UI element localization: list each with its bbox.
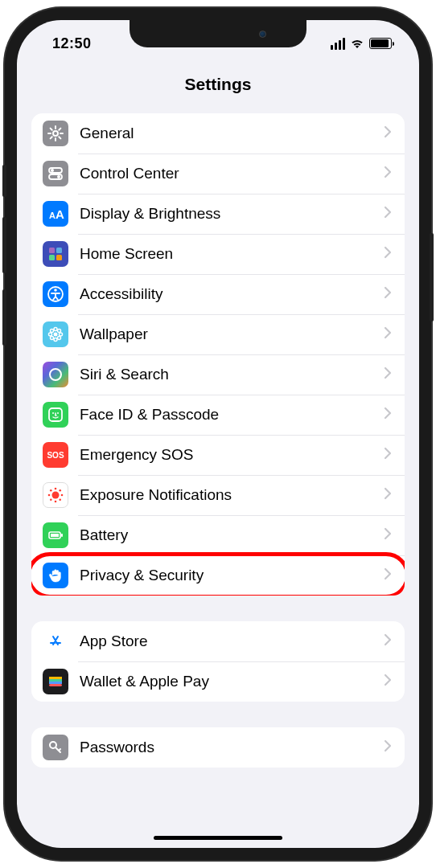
row-label: General bbox=[80, 125, 384, 142]
row-label: Wallpaper bbox=[80, 326, 384, 343]
row-label: Passwords bbox=[80, 739, 384, 756]
row-label: Exposure Notifications bbox=[80, 486, 384, 504]
chevron-right-icon bbox=[384, 206, 392, 222]
settings-row-exposure-notifications[interactable]: Exposure Notifications bbox=[31, 475, 405, 515]
chevron-right-icon bbox=[384, 326, 392, 342]
chevron-right-icon bbox=[384, 286, 392, 302]
row-label: Home Screen bbox=[80, 245, 384, 263]
settings-group: App StoreWallet & Apple Pay bbox=[31, 621, 405, 702]
sos-icon bbox=[43, 442, 68, 468]
settings-row-passwords[interactable]: Passwords bbox=[31, 727, 405, 768]
settings-group: Passwords bbox=[31, 727, 405, 768]
settings-row-privacy-security[interactable]: Privacy & Security bbox=[31, 555, 405, 596]
battery-icon bbox=[43, 522, 68, 548]
key-icon bbox=[43, 735, 68, 760]
row-label: Siri & Search bbox=[80, 366, 384, 383]
status-time: 12:50 bbox=[52, 35, 92, 52]
chevron-right-icon bbox=[384, 125, 392, 141]
figure-icon bbox=[43, 281, 68, 307]
chevron-right-icon bbox=[384, 447, 392, 463]
page-title: Settings bbox=[17, 75, 419, 94]
settings-row-control-center[interactable]: Control Center bbox=[31, 154, 405, 194]
face-icon bbox=[43, 402, 68, 428]
chevron-right-icon bbox=[384, 567, 392, 583]
row-label: Emergency SOS bbox=[80, 446, 384, 464]
settings-row-accessibility[interactable]: Accessibility bbox=[31, 274, 405, 314]
settings-row-emergency-sos[interactable]: Emergency SOS bbox=[31, 435, 405, 475]
settings-row-wallet-apple-pay[interactable]: Wallet & Apple Pay bbox=[31, 661, 405, 702]
chevron-right-icon bbox=[384, 487, 392, 503]
settings-row-wallpaper[interactable]: Wallpaper bbox=[31, 314, 405, 354]
chevron-right-icon bbox=[384, 246, 392, 262]
row-label: App Store bbox=[80, 633, 384, 650]
hand-icon bbox=[43, 563, 68, 588]
nav-header: Settings bbox=[17, 60, 419, 113]
chevron-right-icon bbox=[384, 739, 392, 755]
toggles-icon bbox=[43, 161, 68, 186]
row-label: Privacy & Security bbox=[80, 567, 384, 584]
settings-row-general[interactable]: General bbox=[31, 113, 405, 154]
settings-row-battery[interactable]: Battery bbox=[31, 515, 405, 555]
wifi-icon bbox=[350, 38, 364, 49]
home-indicator[interactable] bbox=[154, 836, 282, 840]
screen: 12:50 Settings GeneralControl CenterDisp… bbox=[17, 20, 419, 848]
chevron-right-icon bbox=[384, 407, 392, 423]
appstore-icon bbox=[43, 628, 68, 654]
chevron-right-icon bbox=[384, 527, 392, 543]
notch bbox=[130, 20, 306, 47]
text-size-icon bbox=[43, 201, 68, 227]
chevron-right-icon bbox=[384, 674, 392, 690]
row-label: Battery bbox=[80, 526, 384, 544]
row-label: Control Center bbox=[80, 165, 384, 182]
settings-row-display-brightness[interactable]: Display & Brightness bbox=[31, 194, 405, 234]
row-label: Accessibility bbox=[80, 285, 384, 303]
settings-row-siri-search[interactable]: Siri & Search bbox=[31, 354, 405, 395]
row-label: Wallet & Apple Pay bbox=[80, 673, 384, 690]
chevron-right-icon bbox=[384, 633, 392, 649]
wallet-icon bbox=[43, 669, 68, 694]
settings-row-home-screen[interactable]: Home Screen bbox=[31, 234, 405, 274]
phone-frame: 12:50 Settings GeneralControl CenterDisp… bbox=[5, 8, 431, 860]
gear-icon bbox=[43, 121, 68, 146]
settings-row-app-store[interactable]: App Store bbox=[31, 621, 405, 661]
siri-icon bbox=[43, 362, 68, 387]
settings-row-face-id-passcode[interactable]: Face ID & Passcode bbox=[31, 395, 405, 435]
chevron-right-icon bbox=[384, 166, 392, 182]
flower-icon bbox=[43, 321, 68, 347]
row-label: Face ID & Passcode bbox=[80, 406, 384, 424]
row-label: Display & Brightness bbox=[80, 205, 384, 223]
virus-icon bbox=[43, 482, 68, 508]
app-grid-icon bbox=[43, 241, 68, 267]
cellular-signal-icon bbox=[331, 38, 345, 50]
settings-group: GeneralControl CenterDisplay & Brightnes… bbox=[31, 113, 405, 596]
battery-icon bbox=[369, 38, 392, 49]
chevron-right-icon bbox=[384, 366, 392, 383]
